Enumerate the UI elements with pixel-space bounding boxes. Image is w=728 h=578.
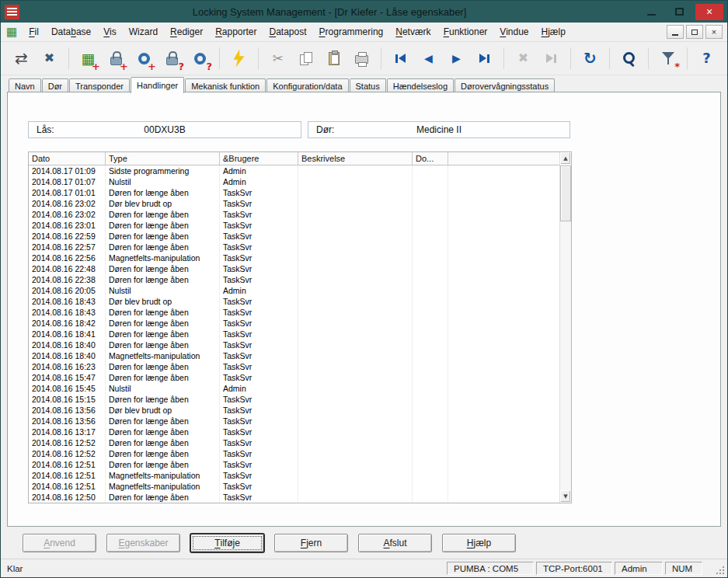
search-button[interactable]	[616, 46, 642, 71]
menu-item-rapporter[interactable]: Rapporter	[209, 24, 263, 40]
table-row[interactable]: 2014.08.16 22:38Døren for længe åbenTask…	[29, 274, 559, 285]
table-row[interactable]: 2014.08.16 18:41Døren for længe åbenTask…	[29, 329, 559, 339]
menu-item-wizard[interactable]: Wizard	[123, 24, 164, 40]
tab-handlinger[interactable]: Handlinger	[131, 77, 184, 93]
button-anvend[interactable]: Anvend	[23, 534, 96, 552]
button-afslut[interactable]: Afslut	[358, 534, 432, 552]
help-button[interactable]: ?	[694, 46, 719, 71]
table-row[interactable]: 2014.08.16 12:51Magnetfelts-manipulation…	[29, 481, 559, 492]
table-row[interactable]: 2014.08.16 18:40Døren for længe åbenTask…	[29, 339, 559, 350]
table-row[interactable]: 2014.08.16 12:51Døren for længe åbenTask…	[29, 459, 559, 470]
table-row[interactable]: 2014.08.16 18:43Dør blev brudt opTaskSvr	[29, 296, 559, 307]
tab-doerovervaagningsstatus[interactable]: Dørovervågningsstatus	[455, 78, 555, 92]
resize-grip-icon[interactable]	[715, 565, 726, 576]
menu-item-vis[interactable]: Vis	[97, 24, 122, 40]
mdi-minimize-button[interactable]	[667, 25, 684, 39]
tab-transponder[interactable]: Transponder	[69, 78, 130, 92]
table-row[interactable]: 2014.08.17 01:01Døren for længe åbenTask…	[29, 187, 559, 198]
table-row[interactable]: 2014.08.16 18:43Døren for længe åbenTask…	[29, 307, 559, 318]
menu-item-rediger[interactable]: Rediger	[164, 24, 209, 40]
window-maximize-button[interactable]	[667, 4, 691, 20]
table-row[interactable]: 2014.08.17 01:09Sidste programmeringAdmi…	[29, 165, 559, 176]
table-row[interactable]: 2014.08.16 23:02Døren for længe åbenTask…	[29, 209, 559, 220]
menu-item-database[interactable]: Database	[45, 24, 97, 40]
table-row[interactable]: 2014.08.16 12:51Magnetfelts-manipulation…	[29, 470, 559, 481]
cell-do	[413, 263, 448, 274]
menu-item-netvaerk[interactable]: Netværk	[389, 24, 437, 40]
table-row[interactable]: 2014.08.16 15:47Døren for længe åbenTask…	[29, 372, 559, 383]
table-row[interactable]: 2014.08.17 01:07NulstilAdmin	[29, 176, 559, 187]
button-hjaelp[interactable]: Hjælp	[442, 534, 516, 552]
mdi-close-button[interactable]: ×	[705, 25, 723, 39]
cut-button[interactable]: ✂	[265, 46, 291, 71]
table-row[interactable]: 2014.08.16 22:59Døren for længe åbenTask…	[29, 231, 559, 242]
transponder-query-button[interactable]: ?	[187, 46, 213, 71]
table-row[interactable]: 2014.08.16 15:15Døren for længe åbenTask…	[29, 394, 559, 405]
column-header-do[interactable]: Do...	[413, 152, 448, 165]
scrollbar-thumb[interactable]	[560, 165, 571, 221]
last-record-button[interactable]	[472, 46, 497, 71]
table-row[interactable]: 2014.08.16 13:56Dør blev brudt opTaskSvr	[29, 405, 559, 416]
table-row[interactable]: 2014.08.16 12:50Døren for længe åbenTask…	[29, 492, 559, 503]
mdi-restore-button[interactable]	[686, 25, 703, 39]
window-close-button[interactable]: ×	[695, 4, 723, 20]
column-header-type[interactable]: Type	[106, 152, 220, 165]
program-flash-button[interactable]	[226, 46, 252, 71]
vertical-scrollbar[interactable]: ▲ ▼	[559, 152, 571, 503]
cell-beskrivelse	[298, 220, 413, 231]
scrollbar-up-button[interactable]: ▲	[560, 152, 571, 165]
next-record-button[interactable]: ▶	[444, 46, 469, 71]
table-row[interactable]: 2014.08.16 12:52Døren for længe åbenTask…	[29, 448, 559, 459]
table-row[interactable]: 2014.08.16 15:45NulstilAdmin	[29, 383, 559, 394]
menu-item-fil[interactable]: Fil	[23, 24, 45, 40]
tab-konfiguration-data[interactable]: Konfiguration/data	[266, 78, 348, 92]
record-end-button[interactable]	[538, 46, 564, 71]
menu-item-datapost[interactable]: Datapost	[263, 24, 313, 40]
window-minimize-button[interactable]	[639, 4, 663, 20]
print-button[interactable]	[349, 46, 374, 71]
table-row[interactable]: 2014.08.16 12:52Døren for længe åbenTask…	[29, 437, 559, 448]
table-row[interactable]: 2014.08.16 16:23Døren for længe åbenTask…	[29, 361, 559, 372]
table-row[interactable]: 2014.08.16 13:17Døren for længe åbenTask…	[29, 427, 559, 437]
tab-doer[interactable]: Dør	[42, 78, 68, 92]
table-row[interactable]: 2014.08.16 22:56Magnetfelts-manipulation…	[29, 252, 559, 263]
tab-mekanisk-funktion[interactable]: Mekanisk funktion	[185, 78, 266, 92]
refresh-button[interactable]: ↻	[577, 46, 603, 71]
menu-item-vindue[interactable]: Vindue	[493, 24, 535, 40]
paste-button[interactable]	[321, 46, 347, 71]
previous-record-button[interactable]: ◀	[416, 46, 441, 71]
disconnect-button[interactable]: ✖	[37, 46, 62, 71]
menu-item-funktioner[interactable]: Funktioner	[437, 24, 494, 40]
cell-beskrivelse	[298, 361, 413, 372]
first-record-button[interactable]	[388, 46, 413, 71]
cell-filler	[448, 459, 559, 470]
column-header-dato[interactable]: Dato	[29, 152, 106, 165]
lock-new-button[interactable]: +	[103, 46, 129, 71]
menu-item-programmering[interactable]: Programmering	[313, 24, 390, 40]
table-row[interactable]: 2014.08.16 18:40Magnetfelts-manipulation…	[29, 350, 559, 361]
table-row[interactable]: 2014.08.16 22:57Døren for længe åbenTask…	[29, 242, 559, 252]
menu-item-hjaelp[interactable]: Hjælp	[535, 24, 572, 40]
table-row[interactable]: 2014.08.16 23:01Døren for længe åbenTask…	[29, 220, 559, 231]
copy-button[interactable]	[293, 46, 319, 71]
transponder-new-button[interactable]: +	[131, 46, 157, 71]
tab-navn[interactable]: Navn	[9, 78, 41, 92]
column-header-brugere[interactable]: &Brugere	[220, 152, 298, 165]
table-row[interactable]: 2014.08.16 20:05NulstilAdmin	[29, 285, 559, 296]
tab-status[interactable]: Status	[350, 78, 386, 92]
table-row[interactable]: 2014.08.16 22:48Døren for længe åbenTask…	[29, 263, 559, 274]
sync-button[interactable]: ⇄	[9, 46, 34, 71]
matrix-new-button[interactable]: ▦+	[75, 46, 101, 71]
tab-haendelseslog[interactable]: Hændelseslog	[387, 78, 454, 92]
filter-settings-button[interactable]: *	[655, 46, 681, 71]
table-row[interactable]: 2014.08.16 13:56Døren for længe åbenTask…	[29, 416, 559, 427]
table-row[interactable]: 2014.08.16 18:42Døren for længe åbenTask…	[29, 318, 559, 329]
column-header-beskrivelse[interactable]: Beskrivelse	[298, 152, 413, 165]
scrollbar-down-button[interactable]: ▼	[560, 490, 571, 503]
table-row[interactable]: 2014.08.16 23:02Dør blev brudt opTaskSvr	[29, 198, 559, 209]
lock-query-button[interactable]: ?	[159, 46, 185, 71]
button-egenskaber[interactable]: Egenskaber	[106, 534, 180, 552]
button-tilfoeje[interactable]: Tilføje	[190, 534, 264, 552]
record-cancel-button[interactable]: ✖	[510, 46, 536, 71]
button-fjern[interactable]: Fjern	[274, 534, 348, 552]
